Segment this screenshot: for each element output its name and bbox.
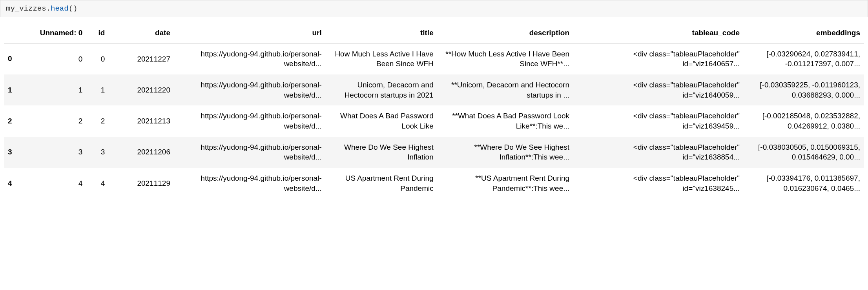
- row-index: 2: [4, 105, 25, 136]
- cell-id: 2: [86, 105, 109, 136]
- dataframe-table: Unnamed: 0 id date url title description…: [4, 24, 864, 199]
- cell-embeddings: [-0.03394176, 0.011385697, 0.016230674, …: [744, 168, 864, 199]
- code-input-cell[interactable]: my_vizzes.head(): [0, 0, 868, 17]
- row-index: 3: [4, 137, 25, 168]
- code-object: my_vizzes: [6, 4, 46, 13]
- column-header-unnamed: Unnamed: 0: [25, 24, 87, 43]
- cell-id: 3: [86, 137, 109, 168]
- cell-date: 20211206: [109, 137, 174, 168]
- cell-embeddings: [-0.030359225, -0.011960123, 0.03688293,…: [744, 74, 864, 105]
- cell-date: 20211227: [109, 43, 174, 74]
- cell-embeddings: [-0.03290624, 0.027839411, -0.011217397,…: [744, 43, 864, 74]
- cell-url: https://yudong-94.github.io/personal-web…: [174, 105, 326, 136]
- cell-embeddings: [-0.038030505, 0.0150069315, 0.015464629…: [744, 137, 864, 168]
- cell-title: US Apartment Rent During Pandemic: [326, 168, 438, 199]
- cell-description: **Unicorn, Decacorn and Hectocorn startu…: [438, 74, 573, 105]
- cell-id: 1: [86, 74, 109, 105]
- table-row: 2 2 2 20211213 https://yudong-94.github.…: [4, 105, 864, 136]
- cell-tableau-code: <div class="tableauPlaceholder" id="viz1…: [573, 105, 744, 136]
- column-header-url: url: [174, 24, 326, 43]
- code-parens: (): [69, 4, 78, 13]
- cell-date: 20211213: [109, 105, 174, 136]
- cell-id: 4: [86, 168, 109, 199]
- header-row: Unnamed: 0 id date url title description…: [4, 24, 864, 43]
- table-row: 4 4 4 20211129 https://yudong-94.github.…: [4, 168, 864, 199]
- column-header-id: id: [86, 24, 109, 43]
- cell-date: 20211220: [109, 74, 174, 105]
- header-blank: [4, 24, 25, 43]
- table-row: 3 3 3 20211206 https://yudong-94.github.…: [4, 137, 864, 168]
- cell-url: https://yudong-94.github.io/personal-web…: [174, 74, 326, 105]
- cell-title: Unicorn, Decacorn and Hectocorn startups…: [326, 74, 438, 105]
- cell-tableau-code: <div class="tableauPlaceholder" id="viz1…: [573, 137, 744, 168]
- cell-url: https://yudong-94.github.io/personal-web…: [174, 43, 326, 74]
- cell-tableau-code: <div class="tableauPlaceholder" id="viz1…: [573, 168, 744, 199]
- dataframe-output: Unnamed: 0 id date url title description…: [0, 24, 868, 204]
- column-header-description: description: [438, 24, 573, 43]
- cell-title: What Does A Bad Password Look Like: [326, 105, 438, 136]
- cell-url: https://yudong-94.github.io/personal-web…: [174, 137, 326, 168]
- cell-tableau-code: <div class="tableauPlaceholder" id="viz1…: [573, 43, 744, 74]
- cell-description: **Where Do We See Highest Inflation**:Th…: [438, 137, 573, 168]
- table-row: 1 1 1 20211220 https://yudong-94.github.…: [4, 74, 864, 105]
- column-header-tableau-code: tableau_code: [573, 24, 744, 43]
- cell-id: 0: [86, 43, 109, 74]
- cell-tableau-code: <div class="tableauPlaceholder" id="viz1…: [573, 74, 744, 105]
- row-index: 4: [4, 168, 25, 199]
- cell-description: **US Apartment Rent During Pandemic**:Th…: [438, 168, 573, 199]
- row-index: 1: [4, 74, 25, 105]
- code-dot: .: [46, 4, 51, 13]
- cell-date: 20211129: [109, 168, 174, 199]
- cell-unnamed: 4: [25, 168, 87, 199]
- cell-title: Where Do We See Highest Inflation: [326, 137, 438, 168]
- table-row: 0 0 0 20211227 https://yudong-94.github.…: [4, 43, 864, 74]
- cell-description: **What Does A Bad Password Look Like**:T…: [438, 105, 573, 136]
- row-index: 0: [4, 43, 25, 74]
- cell-unnamed: 2: [25, 105, 87, 136]
- cell-embeddings: [-0.002185048, 0.023532882, 0.04269912, …: [744, 105, 864, 136]
- column-header-date: date: [109, 24, 174, 43]
- code-method: head: [51, 4, 69, 13]
- cell-unnamed: 1: [25, 74, 87, 105]
- cell-unnamed: 3: [25, 137, 87, 168]
- cell-description: **How Much Less Active I Have Been Since…: [438, 43, 573, 74]
- cell-title: How Much Less Active I Have Been Since W…: [326, 43, 438, 74]
- cell-unnamed: 0: [25, 43, 87, 74]
- column-header-embeddings: embeddings: [744, 24, 864, 43]
- column-header-title: title: [326, 24, 438, 43]
- cell-url: https://yudong-94.github.io/personal-web…: [174, 168, 326, 199]
